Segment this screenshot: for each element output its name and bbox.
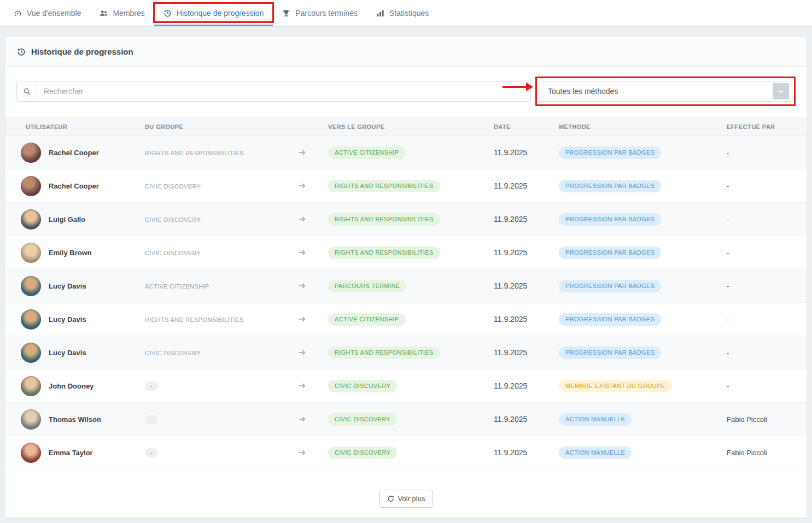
to-group-cell: CIVIC DISCOVERY (324, 446, 489, 459)
to-group-badge: RIGHTS AND RESPONSIBILITIES (328, 180, 440, 192)
to-group-cell: ACTIVE CITIZENSHIP (324, 146, 489, 159)
table-row[interactable]: Luigi Gallo CIVIC DISCOVERY RIGHTS AND R… (5, 203, 807, 236)
trophy-icon (282, 9, 290, 17)
user-cell: Luigi Gallo (5, 209, 141, 230)
date-cell: 11.9.2025 (489, 348, 554, 357)
table-row[interactable]: Rachel Cooper CIVIC DISCOVERY RIGHTS AND… (5, 169, 807, 203)
arrow-right-icon (294, 381, 324, 390)
from-group-empty-badge: - (145, 381, 158, 391)
history-icon (17, 48, 26, 56)
user-cell: Lucy Davis (5, 343, 141, 363)
performed-by-cell: - (722, 349, 807, 357)
method-cell: PROGRESSION PAR BADGES (554, 213, 722, 226)
arrow-right-icon (294, 148, 324, 157)
header-effectue-par: EFFECTUÉ PAR (722, 124, 807, 130)
user-cell: Thomas Wilson (5, 409, 141, 430)
avatar (21, 376, 41, 396)
performed-by-cell: Fabio Piccoli (722, 415, 807, 424)
user-name: Lucy Davis (49, 315, 86, 324)
date-cell: 11.9.2025 (489, 315, 554, 324)
to-group-badge: CIVIC DISCOVERY (328, 413, 397, 426)
table-row[interactable]: John Dooney - CIVIC DISCOVERY 11.9.2025 … (5, 369, 807, 403)
table-row[interactable]: Lucy Davis CIVIC DISCOVERY RIGHTS AND RE… (5, 336, 807, 369)
load-more-button[interactable]: Voir plus (379, 490, 433, 508)
avatar (21, 143, 41, 163)
tab-parcours-termines[interactable]: Parcours terminés (273, 0, 367, 26)
table-row[interactable]: Rachel Cooper RIGHTS AND RESPONSIBILITIE… (5, 136, 807, 169)
to-group-badge: CIVIC DISCOVERY (328, 446, 397, 459)
method-badge: PROGRESSION PAR BADGES (559, 180, 661, 192)
from-group-label: CIVIC DISCOVERY (145, 183, 201, 190)
table-row[interactable]: Emily Brown CIVIC DISCOVERY RIGHTS AND R… (5, 236, 807, 269)
tab-membres[interactable]: Membres (90, 0, 154, 26)
from-group-label: ACTIVE CITIZENSHIP (145, 283, 209, 290)
search-input[interactable] (37, 81, 530, 101)
user-name: Emily Brown (49, 249, 92, 257)
refresh-icon (387, 495, 394, 502)
table-row[interactable]: Thomas Wilson - CIVIC DISCOVERY 11.9.202… (5, 403, 807, 436)
from-group-cell: ACTIVE CITIZENSHIP (141, 281, 294, 290)
table-row[interactable]: Lucy Davis ACTIVE CITIZENSHIP PARCOURS T… (5, 269, 807, 303)
dashboard-icon (14, 9, 22, 17)
method-cell: MEMBRE EXISTANT DU GROUPE (554, 380, 722, 392)
from-group-cell: - (141, 448, 294, 457)
method-cell: ACTION MANUELLE (554, 413, 722, 426)
to-group-cell: RIGHTS AND RESPONSIBILITIES (324, 180, 489, 192)
avatar (21, 209, 41, 230)
from-group-empty-badge: - (145, 415, 158, 424)
arrow-right-icon (294, 415, 324, 424)
avatar (21, 409, 41, 430)
arrow-right-icon (294, 348, 324, 357)
user-name: Lucy Davis (49, 349, 86, 357)
method-cell: PROGRESSION PAR BADGES (554, 246, 722, 259)
avatar (21, 176, 41, 196)
performed-by-cell: - (722, 282, 807, 290)
method-badge: PROGRESSION PAR BADGES (559, 146, 661, 159)
header-du-groupe: DU GROUPE (141, 124, 294, 130)
from-group-label: RIGHTS AND RESPONSIBILITIES (145, 150, 244, 156)
tab-label: Membres (113, 9, 144, 17)
table-footer: Voir plus (5, 469, 807, 518)
method-cell: ACTION MANUELLE (554, 446, 722, 459)
tab-historique-de-progression[interactable]: Historique de progression (154, 0, 273, 26)
date-cell: 11.9.2025 (489, 148, 554, 157)
performed-by-cell: - (722, 382, 807, 390)
from-group-label: RIGHTS AND RESPONSIBILITIES (145, 316, 244, 323)
from-group-label: CIVIC DISCOVERY (145, 216, 201, 223)
from-group-cell: - (141, 414, 294, 424)
method-filter-select[interactable]: Toutes les méthodes (540, 81, 791, 102)
table-row[interactable]: Lucy Davis RIGHTS AND RESPONSIBILITIES A… (5, 303, 807, 336)
date-cell: 11.9.2025 (489, 381, 554, 390)
to-group-cell: PARCOURS TERMINÉ (324, 280, 489, 292)
to-group-cell: CIVIC DISCOVERY (324, 413, 489, 426)
tab-label: Statistiques (389, 9, 429, 17)
tab-vue-densemble[interactable]: Vue d'ensemble (4, 0, 90, 26)
to-group-cell: ACTIVE CITIZENSHIP (324, 313, 489, 326)
active-tab-underline (154, 25, 273, 26)
tab-statistiques[interactable]: Statistiques (367, 0, 438, 26)
method-badge: MEMBRE EXISTANT DU GROUPE (559, 380, 672, 392)
tab-bar: Vue d'ensemble Membres Historique de pro… (0, 0, 812, 27)
from-group-label: CIVIC DISCOVERY (145, 250, 201, 256)
avatar (21, 309, 41, 330)
method-badge: ACTION MANUELLE (559, 413, 632, 426)
user-name: John Dooney (49, 382, 94, 390)
from-group-cell: CIVIC DISCOVERY (141, 215, 294, 224)
annotation-box-method-filter: Toutes les méthodes (535, 77, 796, 106)
tab-label: Vue d'ensemble (27, 9, 81, 17)
search-icon (17, 81, 37, 101)
user-name: Thomas Wilson (49, 415, 101, 424)
user-cell: Lucy Davis (5, 276, 141, 296)
panel-title: Historique de progression (31, 47, 133, 56)
from-group-cell: RIGHTS AND RESPONSIBILITIES (141, 148, 294, 157)
search-group (16, 81, 531, 102)
user-cell: Lucy Davis (5, 309, 141, 330)
method-cell: PROGRESSION PAR BADGES (554, 146, 722, 159)
chevron-down-icon[interactable] (773, 83, 789, 99)
table-row[interactable]: Emma Taylor - CIVIC DISCOVERY 11.9.2025 … (5, 436, 807, 469)
date-cell: 11.9.2025 (489, 248, 554, 257)
method-cell: PROGRESSION PAR BADGES (554, 346, 722, 359)
user-cell: Emily Brown (5, 243, 141, 263)
arrow-right-icon (294, 248, 324, 257)
date-cell: 11.9.2025 (489, 181, 554, 190)
